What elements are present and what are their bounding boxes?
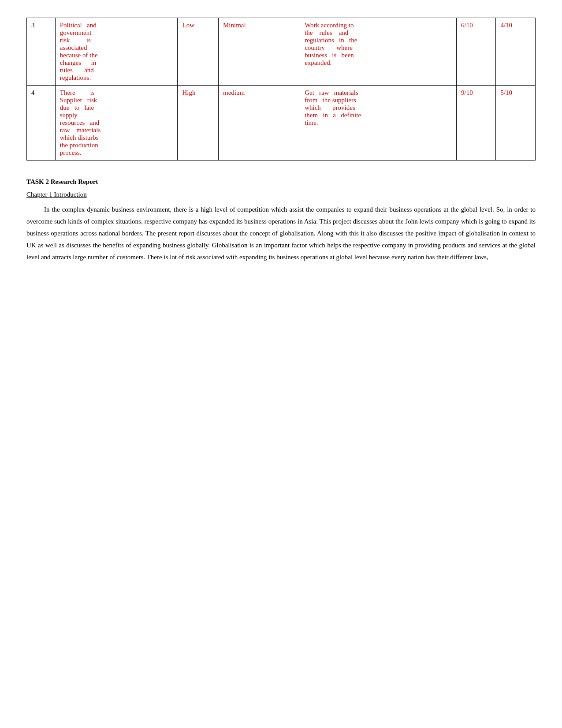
table-row: 4 There is Supplier risk due to late sup… [27,86,536,161]
risk-score2: 5/10 [496,86,536,161]
risk-score1: 9/10 [456,86,495,161]
risk-table-container: 3 Political and government risk is assoc… [26,18,536,161]
risk-response: Get raw materials from the suppliers whi… [300,86,457,161]
chapter1-title: Chapter 1 Introduction [26,191,536,198]
risk-level: High [178,86,219,161]
risk-level: Low [178,18,219,86]
risk-response: Work according to the rules and regulati… [300,18,457,86]
risk-impact: medium [219,86,300,161]
table-row: 3 Political and government risk is assoc… [27,18,536,86]
risk-description: There is Supplier risk due to late suppl… [55,86,178,161]
task2-section: TASK 2 Research Report Chapter 1 Introdu… [26,178,536,263]
risk-table: 3 Political and government risk is assoc… [26,18,536,161]
row-number: 3 [27,18,56,86]
risk-score2: 4/10 [496,18,536,86]
chapter1-paragraph: In the complex dynamic business environm… [26,204,536,263]
row-number: 4 [27,86,56,161]
risk-description: Political and government risk is associa… [55,18,178,86]
task2-title: TASK 2 Research Report [26,178,536,186]
risk-impact: Minimal [219,18,300,86]
risk-score1: 6/10 [456,18,495,86]
